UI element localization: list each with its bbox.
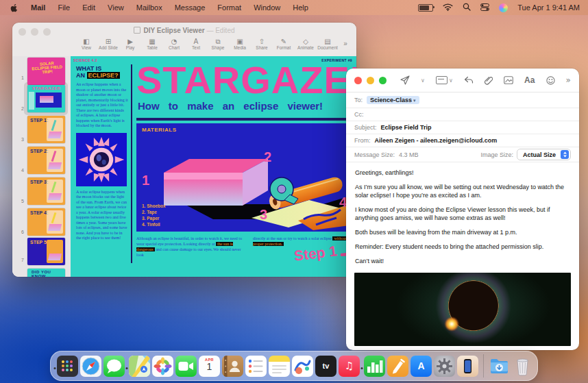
- dock-photos[interactable]: [152, 356, 173, 377]
- format-icon[interactable]: Aa: [524, 75, 535, 85]
- slide-thumbnail-2[interactable]: STARGAZER: [27, 85, 65, 112]
- slide-thumbnail-5[interactable]: STEP 3:: [27, 177, 65, 205]
- dock-system-settings[interactable]: [434, 356, 455, 377]
- zoom-button[interactable]: [379, 77, 387, 84]
- dock-freeform[interactable]: [292, 356, 313, 377]
- dock-contacts[interactable]: [222, 356, 243, 377]
- menu-item-window[interactable]: Window: [254, 3, 280, 12]
- recipient-token[interactable]: Science-Class▾: [367, 96, 419, 104]
- chevron-down-icon[interactable]: ∨: [421, 77, 425, 84]
- sun-illustration[interactable]: [76, 133, 127, 186]
- tool-media[interactable]: ▣Media: [229, 38, 251, 50]
- eclipse-paragraph-2[interactable]: A solar eclipse happens when the moon bl…: [76, 190, 128, 241]
- overflow-icon[interactable]: »: [566, 75, 571, 85]
- menu-bar-clock[interactable]: Tue Apr 1 9:41 AM: [517, 3, 580, 12]
- dock-music[interactable]: ♫: [339, 356, 360, 377]
- dock-iphone-mirroring[interactable]: [457, 356, 478, 377]
- search-icon[interactable]: [463, 3, 471, 12]
- slide-navigator: 1 SOLAR ECLIPSE FIELD TRIP! 2 STARGAZER …: [12, 56, 71, 277]
- dock-numbers[interactable]: [364, 356, 385, 377]
- battery-icon[interactable]: [418, 4, 433, 12]
- subject-field[interactable]: Subject: Eclipse Field Trip: [346, 121, 579, 134]
- dock-messages[interactable]: [103, 356, 125, 377]
- from-field[interactable]: From: Aileen Zeigen - aileen.zeigen@iclo…: [346, 134, 579, 147]
- dock-pages[interactable]: [387, 356, 408, 377]
- menu-item-file[interactable]: File: [58, 3, 70, 12]
- tool-format[interactable]: ✎Format: [273, 38, 295, 50]
- dock-safari[interactable]: [80, 356, 101, 377]
- slide-thumbnail-6[interactable]: STEP 4:: [27, 208, 65, 236]
- dock-facetime[interactable]: [175, 356, 197, 377]
- message-body[interactable]: Greetings, earthlings! As I’m sure you a…: [346, 162, 579, 288]
- materials-list: 1. Shoebox 2. Tape 3. Paper 4. Tinfoil: [142, 203, 166, 227]
- send-icon[interactable]: [400, 75, 410, 85]
- dock-maps[interactable]: [129, 356, 150, 377]
- materials-panel[interactable]: MATERIALS: [136, 123, 353, 232]
- messages-icon: [103, 356, 125, 377]
- control-center-icon[interactable]: [480, 3, 489, 12]
- document-proxy-icon: [134, 27, 140, 34]
- course-code[interactable]: SCIENCE 4.2: [73, 58, 97, 62]
- close-button[interactable]: [354, 77, 362, 84]
- menu-item-view[interactable]: View: [108, 3, 124, 12]
- dock-apple-tv[interactable]: tv: [315, 356, 336, 377]
- tool-share[interactable]: ⇧Share: [251, 38, 273, 50]
- slide-title[interactable]: STARGAZER: [136, 58, 356, 102]
- pages-icon: [387, 356, 408, 377]
- view-icon: ◧: [83, 38, 89, 45]
- materials-illustration: [136, 123, 353, 232]
- menu-item-edit[interactable]: Edit: [82, 3, 95, 12]
- dock-reminders[interactable]: [245, 356, 267, 377]
- dock-downloads[interactable]: [489, 356, 510, 377]
- dock-trash[interactable]: [512, 356, 533, 377]
- dock-launchpad[interactable]: [57, 356, 78, 377]
- vertical-divider: [131, 64, 132, 263]
- tool-chart[interactable]: ◔Chart: [163, 38, 185, 50]
- slide-thumbnail-8[interactable]: DID YOU KNOW: [27, 269, 65, 277]
- attach-icon[interactable]: [485, 76, 493, 85]
- slide-subtitle[interactable]: How to make an eclipse viewer!: [138, 100, 323, 112]
- caution-text-right[interactable]: directly at the sun or try to watch a so…: [253, 236, 356, 247]
- to-field[interactable]: To: Science-Class▾: [346, 92, 579, 108]
- tool-shape[interactable]: ⧉Shape: [207, 38, 229, 50]
- numbers-icon: [364, 356, 385, 377]
- tool-animate[interactable]: ◇Animate: [295, 38, 317, 50]
- dock-separator: [483, 354, 484, 378]
- slide-thumbnail-4[interactable]: STEP 2:: [27, 147, 65, 174]
- eclipse-photo-attachment[interactable]: [354, 273, 571, 346]
- slide-canvas: SCIENCE 4.2 EXPERIMENT #9 WHAT IS AN ECL…: [71, 56, 356, 277]
- emoji-icon[interactable]: [546, 76, 555, 85]
- tool-document[interactable]: ▤Document: [317, 38, 339, 50]
- siri-icon[interactable]: [499, 3, 508, 12]
- header-fields-icon[interactable]: ∨: [436, 76, 453, 84]
- tool-table[interactable]: ▦Table: [141, 38, 163, 50]
- menu-item-mailbox[interactable]: Mailbox: [136, 3, 162, 12]
- slide-thumbnail-7[interactable]: STEP 5:: [27, 238, 65, 265]
- minimize-button[interactable]: [367, 77, 374, 84]
- menu-item-message[interactable]: Message: [175, 3, 206, 12]
- running-indicator: [126, 367, 128, 369]
- dock-notes[interactable]: [269, 356, 290, 377]
- insert-photo-icon[interactable]: [504, 76, 513, 84]
- tool-text[interactable]: AText: [185, 38, 207, 50]
- menu-bar: Mail File Edit View Mailbox Message Form…: [0, 0, 588, 15]
- tool-view[interactable]: ◧View: [75, 38, 97, 50]
- caution-text-left[interactable]: Although an eclipse is beautiful, in ord…: [136, 236, 246, 258]
- menu-item-help[interactable]: Help: [293, 3, 308, 12]
- tool-play[interactable]: ▶Play: [119, 38, 141, 50]
- apple-menu[interactable]: [10, 3, 19, 13]
- tool-add-slide[interactable]: ⊞Add Slide: [97, 38, 119, 50]
- toolbar-overflow-icon[interactable]: »: [339, 38, 352, 47]
- dock-app-store[interactable]: A: [411, 356, 432, 377]
- wifi-icon[interactable]: [443, 3, 453, 12]
- what-is-heading[interactable]: WHAT IS AN ECLIPSE?: [76, 65, 128, 79]
- dock-calendar[interactable]: APR 1: [199, 356, 220, 377]
- eclipse-paragraph-1[interactable]: An eclipse happens when a moon or planet…: [76, 82, 128, 129]
- menu-item-mail[interactable]: Mail: [31, 3, 45, 12]
- image-size-select[interactable]: Actual Size: [517, 149, 571, 160]
- cc-field[interactable]: Cc:: [346, 108, 579, 121]
- reply-icon[interactable]: [464, 76, 474, 84]
- slide-thumbnail-1[interactable]: SOLAR ECLIPSE FIELD TRIP!: [27, 58, 65, 85]
- menu-item-format[interactable]: Format: [217, 3, 241, 12]
- slide-thumbnail-3[interactable]: STEP 1:: [27, 116, 65, 143]
